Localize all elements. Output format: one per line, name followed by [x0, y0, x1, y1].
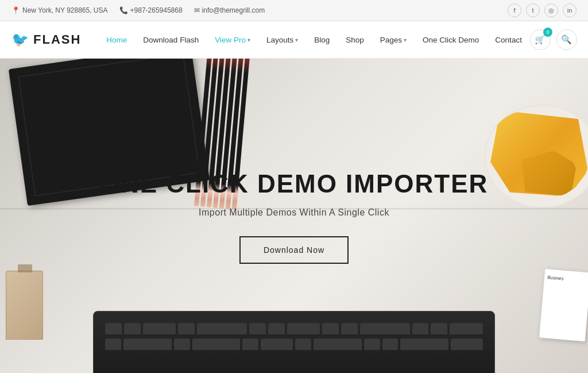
hero-title: ONE CLICK DEMO IMPORTER [100, 170, 489, 198]
logo[interactable]: 🐦 FLASH [11, 32, 81, 48]
nav-shop[interactable]: Shop [338, 21, 372, 59]
key [124, 323, 141, 336]
desk-card: Busines [539, 269, 588, 342]
nav-download-flash[interactable]: Download Flash [135, 21, 207, 59]
header: 🐦 FLASH Home Download Flash View Pro ▾ L… [0, 21, 588, 59]
desk-keyboard [93, 311, 495, 373]
key [249, 323, 266, 336]
key [431, 323, 447, 336]
location-text: New York, NY 928865, USA [22, 6, 108, 14]
desk-perfume-bottle [6, 271, 43, 340]
view-pro-dropdown-arrow: ▾ [247, 37, 250, 43]
header-actions: 🛒 0 🔍 [530, 29, 577, 50]
email-icon: ✉ [194, 6, 200, 14]
top-bar-left: 📍 New York, NY 928865, USA 📞 +987-265945… [11, 6, 265, 14]
hero-subtitle: Import Multiple Demos Within A Single Cl… [100, 207, 489, 218]
key [174, 339, 190, 351]
instagram-icon[interactable]: ◎ [544, 3, 558, 17]
key [105, 323, 122, 336]
key [123, 339, 172, 351]
logo-bird-icon: 🐦 [11, 32, 29, 48]
key [451, 339, 483, 351]
key [382, 339, 399, 351]
pin-icon: 📍 [11, 6, 20, 14]
cart-icon: 🛒 [535, 34, 546, 45]
hero-section: Busines [0, 59, 588, 373]
email-info: ✉ info@themegrill.com [194, 6, 265, 14]
nav-home[interactable]: Home [98, 21, 135, 59]
email-text: info@themegrill.com [202, 6, 265, 14]
linkedin-icon[interactable]: in [563, 3, 577, 17]
key [143, 323, 176, 336]
key [322, 323, 339, 336]
nav-one-click-demo[interactable]: One Click Demo [415, 21, 487, 59]
key [450, 323, 483, 336]
phone-icon: 📞 [119, 6, 128, 14]
nav-layouts[interactable]: Layouts ▾ [258, 21, 306, 59]
key [242, 339, 258, 351]
phone-text: +987-265945868 [130, 6, 183, 14]
key [192, 339, 241, 351]
key [105, 339, 121, 351]
hero-content: ONE CLICK DEMO IMPORTER Import Multiple … [65, 147, 523, 287]
key [412, 323, 429, 336]
layouts-dropdown-arrow: ▾ [295, 37, 298, 43]
cart-button[interactable]: 🛒 0 [530, 29, 551, 50]
nav-blog[interactable]: Blog [306, 21, 338, 59]
phone-info: 📞 +987-265945868 [119, 6, 183, 14]
key [268, 323, 285, 336]
desk-card-text: Busines [547, 275, 564, 281]
key [341, 323, 358, 336]
twitter-icon[interactable]: t [526, 3, 540, 17]
key-row-1 [105, 323, 483, 336]
location-info: 📍 New York, NY 928865, USA [11, 6, 108, 14]
search-icon: 🔍 [561, 34, 572, 45]
search-button[interactable]: 🔍 [556, 29, 577, 50]
nav-pages[interactable]: Pages ▾ [372, 21, 415, 59]
cart-badge: 0 [543, 28, 552, 37]
key-row-2 [105, 339, 483, 351]
facebook-icon[interactable]: f [508, 3, 521, 17]
key [178, 323, 195, 336]
key [360, 323, 410, 336]
key [364, 339, 380, 351]
nav-contact[interactable]: Contact [487, 21, 530, 59]
key [295, 339, 311, 351]
main-nav: Home Download Flash View Pro ▾ Layouts ▾… [98, 21, 530, 59]
key [261, 339, 293, 351]
logo-text: FLASH [33, 32, 81, 47]
top-bar-social: f t ◎ in [508, 3, 577, 17]
key [287, 323, 320, 336]
top-bar: 📍 New York, NY 928865, USA 📞 +987-265945… [0, 0, 588, 21]
keyboard-keys [105, 323, 483, 351]
hero-download-button[interactable]: Download Now [239, 236, 349, 264]
key [197, 323, 247, 336]
key [400, 339, 448, 351]
nav-view-pro[interactable]: View Pro ▾ [207, 21, 258, 59]
pages-dropdown-arrow: ▾ [404, 37, 407, 43]
key [314, 339, 362, 351]
